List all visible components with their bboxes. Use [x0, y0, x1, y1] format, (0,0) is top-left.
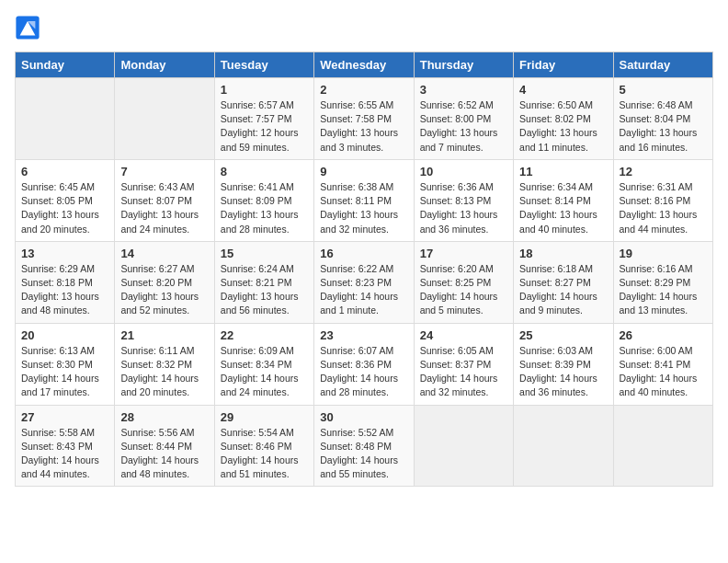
day-number: 1	[221, 83, 308, 97]
calendar-cell: 29Sunrise: 5:54 AM Sunset: 8:46 PM Dayli…	[214, 405, 313, 487]
day-info: Sunrise: 5:58 AM Sunset: 8:43 PM Dayligh…	[21, 426, 108, 482]
calendar-cell: 26Sunrise: 6:00 AM Sunset: 8:41 PM Dayli…	[613, 323, 712, 405]
page-header	[15, 15, 713, 40]
day-info: Sunrise: 6:27 AM Sunset: 8:20 PM Dayligh…	[120, 262, 208, 318]
day-number: 18	[519, 247, 607, 260]
calendar-cell: 27Sunrise: 5:58 AM Sunset: 8:43 PM Dayli…	[16, 405, 115, 487]
calendar-body: 1Sunrise: 6:57 AM Sunset: 7:57 PM Daylig…	[16, 78, 713, 487]
day-number: 12	[620, 165, 707, 178]
calendar-header: SundayMondayTuesdayWednesdayThursdayFrid…	[16, 52, 713, 78]
day-number: 19	[620, 247, 707, 260]
calendar-cell: 2Sunrise: 6:55 AM Sunset: 7:58 PM Daylig…	[314, 78, 414, 160]
day-number: 6	[21, 165, 108, 178]
calendar-cell: 20Sunrise: 6:13 AM Sunset: 8:30 PM Dayli…	[16, 323, 115, 405]
calendar-cell: 23Sunrise: 6:07 AM Sunset: 8:36 PM Dayli…	[314, 323, 414, 405]
day-number: 17	[420, 247, 507, 260]
day-number: 16	[320, 247, 407, 260]
day-info: Sunrise: 6:22 AM Sunset: 8:23 PM Dayligh…	[320, 262, 407, 318]
day-info: Sunrise: 5:54 AM Sunset: 8:46 PM Dayligh…	[221, 426, 308, 482]
day-info: Sunrise: 6:09 AM Sunset: 8:34 PM Dayligh…	[221, 344, 308, 400]
day-info: Sunrise: 6:29 AM Sunset: 8:18 PM Dayligh…	[21, 262, 108, 318]
day-info: Sunrise: 5:52 AM Sunset: 8:48 PM Dayligh…	[320, 426, 407, 482]
day-info: Sunrise: 6:55 AM Sunset: 7:58 PM Dayligh…	[320, 98, 407, 155]
calendar-cell: 1Sunrise: 6:57 AM Sunset: 7:57 PM Daylig…	[214, 78, 313, 160]
calendar-week-4: 20Sunrise: 6:13 AM Sunset: 8:30 PM Dayli…	[16, 323, 713, 405]
calendar-cell: 15Sunrise: 6:24 AM Sunset: 8:21 PM Dayli…	[214, 241, 313, 323]
day-info: Sunrise: 6:48 AM Sunset: 8:04 PM Dayligh…	[620, 98, 707, 155]
calendar-cell: 24Sunrise: 6:05 AM Sunset: 8:37 PM Dayli…	[414, 323, 513, 405]
calendar-week-3: 13Sunrise: 6:29 AM Sunset: 8:18 PM Dayli…	[16, 241, 713, 323]
calendar-table: SundayMondayTuesdayWednesdayThursdayFrid…	[15, 52, 713, 487]
calendar-cell	[16, 78, 115, 160]
calendar-cell: 16Sunrise: 6:22 AM Sunset: 8:23 PM Dayli…	[314, 241, 414, 323]
day-number: 29	[221, 410, 308, 424]
calendar-cell: 30Sunrise: 5:52 AM Sunset: 8:48 PM Dayli…	[314, 405, 414, 487]
day-number: 14	[120, 247, 208, 260]
calendar-cell: 12Sunrise: 6:31 AM Sunset: 8:16 PM Dayli…	[613, 159, 712, 241]
day-info: Sunrise: 6:24 AM Sunset: 8:21 PM Dayligh…	[221, 262, 308, 318]
calendar-cell: 6Sunrise: 6:45 AM Sunset: 8:05 PM Daylig…	[16, 159, 115, 241]
day-info: Sunrise: 6:00 AM Sunset: 8:41 PM Dayligh…	[620, 344, 707, 400]
day-info: Sunrise: 6:20 AM Sunset: 8:25 PM Dayligh…	[420, 262, 507, 318]
weekday-header-friday: Friday	[514, 52, 613, 78]
calendar-cell: 4Sunrise: 6:50 AM Sunset: 8:02 PM Daylig…	[514, 78, 613, 160]
calendar-week-5: 27Sunrise: 5:58 AM Sunset: 8:43 PM Dayli…	[16, 405, 713, 487]
weekday-header-wednesday: Wednesday	[314, 52, 414, 78]
logo	[15, 15, 44, 40]
day-info: Sunrise: 6:38 AM Sunset: 8:11 PM Dayligh…	[320, 180, 407, 236]
day-number: 5	[620, 83, 707, 97]
calendar-cell: 10Sunrise: 6:36 AM Sunset: 8:13 PM Dayli…	[414, 159, 513, 241]
day-number: 26	[620, 328, 707, 342]
day-info: Sunrise: 6:05 AM Sunset: 8:37 PM Dayligh…	[420, 344, 507, 400]
weekday-header-thursday: Thursday	[414, 52, 513, 78]
calendar-cell: 11Sunrise: 6:34 AM Sunset: 8:14 PM Dayli…	[514, 159, 613, 241]
calendar-cell: 9Sunrise: 6:38 AM Sunset: 8:11 PM Daylig…	[314, 159, 414, 241]
day-number: 23	[320, 328, 407, 342]
calendar-cell	[115, 78, 214, 160]
day-number: 10	[420, 165, 507, 178]
day-info: Sunrise: 6:41 AM Sunset: 8:09 PM Dayligh…	[221, 180, 308, 236]
day-info: Sunrise: 6:45 AM Sunset: 8:05 PM Dayligh…	[21, 180, 108, 236]
day-info: Sunrise: 6:16 AM Sunset: 8:29 PM Dayligh…	[620, 262, 707, 318]
calendar-cell: 22Sunrise: 6:09 AM Sunset: 8:34 PM Dayli…	[214, 323, 313, 405]
day-info: Sunrise: 6:43 AM Sunset: 8:07 PM Dayligh…	[120, 180, 208, 236]
day-info: Sunrise: 6:31 AM Sunset: 8:16 PM Dayligh…	[620, 180, 707, 236]
weekday-header-monday: Monday	[115, 52, 214, 78]
day-info: Sunrise: 5:56 AM Sunset: 8:44 PM Dayligh…	[120, 426, 208, 482]
day-number: 28	[120, 410, 208, 424]
calendar-cell: 19Sunrise: 6:16 AM Sunset: 8:29 PM Dayli…	[613, 241, 712, 323]
day-info: Sunrise: 6:34 AM Sunset: 8:14 PM Dayligh…	[519, 180, 607, 236]
calendar-cell: 14Sunrise: 6:27 AM Sunset: 8:20 PM Dayli…	[115, 241, 214, 323]
day-info: Sunrise: 6:36 AM Sunset: 8:13 PM Dayligh…	[420, 180, 507, 236]
logo-icon	[15, 15, 40, 40]
day-number: 8	[221, 165, 308, 178]
day-number: 11	[519, 165, 607, 178]
calendar-cell: 5Sunrise: 6:48 AM Sunset: 8:04 PM Daylig…	[613, 78, 712, 160]
day-info: Sunrise: 6:18 AM Sunset: 8:27 PM Dayligh…	[519, 262, 607, 318]
weekday-header-tuesday: Tuesday	[214, 52, 313, 78]
day-number: 3	[420, 83, 507, 97]
day-info: Sunrise: 6:11 AM Sunset: 8:32 PM Dayligh…	[120, 344, 208, 400]
calendar-cell: 25Sunrise: 6:03 AM Sunset: 8:39 PM Dayli…	[514, 323, 613, 405]
day-number: 25	[519, 328, 607, 342]
calendar-cell	[613, 405, 712, 487]
calendar-cell: 18Sunrise: 6:18 AM Sunset: 8:27 PM Dayli…	[514, 241, 613, 323]
day-info: Sunrise: 6:52 AM Sunset: 8:00 PM Dayligh…	[420, 98, 507, 155]
weekday-header-saturday: Saturday	[613, 52, 712, 78]
calendar-cell: 8Sunrise: 6:41 AM Sunset: 8:09 PM Daylig…	[214, 159, 313, 241]
day-number: 15	[221, 247, 308, 260]
day-number: 20	[21, 328, 108, 342]
day-info: Sunrise: 6:13 AM Sunset: 8:30 PM Dayligh…	[21, 344, 108, 400]
calendar-cell: 7Sunrise: 6:43 AM Sunset: 8:07 PM Daylig…	[115, 159, 214, 241]
day-number: 7	[120, 165, 208, 178]
day-info: Sunrise: 6:07 AM Sunset: 8:36 PM Dayligh…	[320, 344, 407, 400]
calendar-cell: 17Sunrise: 6:20 AM Sunset: 8:25 PM Dayli…	[414, 241, 513, 323]
day-number: 30	[320, 410, 407, 424]
calendar-cell: 28Sunrise: 5:56 AM Sunset: 8:44 PM Dayli…	[115, 405, 214, 487]
day-info: Sunrise: 6:03 AM Sunset: 8:39 PM Dayligh…	[519, 344, 607, 400]
day-number: 22	[221, 328, 308, 342]
calendar-cell: 13Sunrise: 6:29 AM Sunset: 8:18 PM Dayli…	[16, 241, 115, 323]
calendar-cell	[414, 405, 513, 487]
day-number: 2	[320, 83, 407, 97]
day-number: 4	[519, 83, 607, 97]
